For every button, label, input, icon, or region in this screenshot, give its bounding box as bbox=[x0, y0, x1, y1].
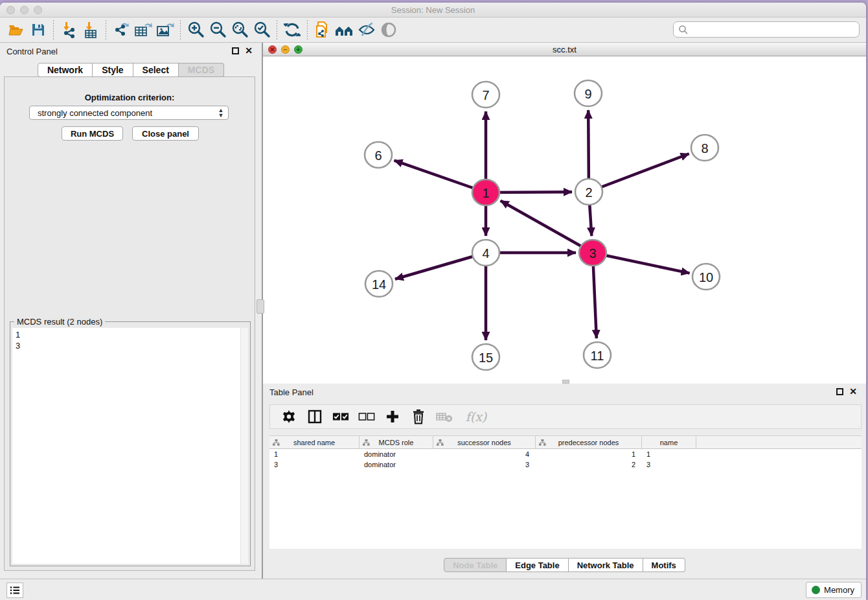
node-14[interactable]: 14 bbox=[365, 271, 393, 297]
task-list-icon bbox=[10, 586, 20, 595]
column-header-name[interactable]: name bbox=[642, 436, 696, 448]
zoom-in-icon bbox=[187, 21, 205, 39]
criterion-value: strongly connected component bbox=[30, 108, 216, 118]
save-session-icon bbox=[30, 22, 46, 38]
close-table-panel-icon[interactable]: ✕ bbox=[849, 387, 857, 396]
tab-network[interactable]: Network bbox=[38, 63, 93, 77]
first-neighbors-icon bbox=[334, 22, 355, 38]
zoom-selected-button[interactable] bbox=[251, 19, 273, 40]
edge-3-1[interactable] bbox=[501, 201, 593, 253]
node-label: 4 bbox=[482, 246, 489, 260]
node-1[interactable]: 1 bbox=[472, 179, 499, 205]
tab-network-table[interactable]: Network Table bbox=[569, 558, 643, 572]
function-builder-icon: f(x) bbox=[466, 410, 487, 424]
network-canvas[interactable]: 7968124314101511 bbox=[263, 56, 866, 384]
table-cell[interactable]: 2 bbox=[536, 459, 642, 470]
table-row[interactable]: 1dominator411 bbox=[269, 449, 862, 459]
result-line: 3 bbox=[16, 340, 248, 351]
run-mcds-button[interactable]: Run MCDS bbox=[62, 126, 123, 141]
zoom-out-button[interactable] bbox=[207, 19, 229, 40]
node-7[interactable]: 7 bbox=[472, 82, 499, 108]
close-panel-button[interactable]: Close panel bbox=[132, 126, 199, 141]
edge-2-8[interactable] bbox=[589, 154, 689, 192]
column-header-MCDS-role[interactable]: MCDS role bbox=[360, 436, 433, 448]
column-header-predecessor-nodes[interactable]: predecessor nodes bbox=[536, 436, 642, 448]
export-network-button[interactable] bbox=[110, 19, 132, 40]
node-15[interactable]: 15 bbox=[472, 344, 499, 370]
zoom-fit-button[interactable] bbox=[229, 19, 251, 40]
node-label: 7 bbox=[482, 88, 489, 102]
node-3[interactable]: 3 bbox=[579, 240, 606, 266]
mcds-result-box: MCDS result (2 nodes) 13 bbox=[10, 321, 251, 566]
criterion-select[interactable]: strongly connected component ▲▼ bbox=[29, 106, 229, 120]
node-10[interactable]: 10 bbox=[692, 264, 720, 290]
node-label: 9 bbox=[584, 87, 591, 101]
panel-splitter-grip[interactable] bbox=[257, 299, 264, 314]
search-input[interactable] bbox=[689, 25, 859, 34]
delete-row-button[interactable] bbox=[410, 408, 427, 425]
node-4[interactable]: 4 bbox=[472, 240, 499, 266]
mcds-result-list[interactable]: 13 bbox=[12, 328, 248, 564]
table-panel: Table Panel ✕ bbox=[263, 384, 866, 579]
import-network-button[interactable] bbox=[58, 19, 80, 40]
select-all-button[interactable] bbox=[332, 408, 349, 425]
memory-button[interactable]: Memory bbox=[806, 582, 862, 598]
export-image-button[interactable] bbox=[154, 19, 176, 40]
tab-select[interactable]: Select bbox=[133, 63, 179, 77]
settings-gear-button[interactable] bbox=[280, 408, 297, 425]
table-cell[interactable]: 3 bbox=[642, 459, 696, 470]
network-graph[interactable]: 7968124314101511 bbox=[263, 56, 866, 384]
float-table-panel-icon[interactable] bbox=[836, 388, 843, 395]
open-session-icon bbox=[8, 22, 25, 38]
delete-table-button[interactable] bbox=[436, 408, 453, 425]
table-cell[interactable]: 1 bbox=[642, 449, 696, 459]
column-visibility-button[interactable] bbox=[306, 408, 323, 425]
table-cell[interactable]: dominator bbox=[360, 449, 433, 459]
table-cell[interactable]: 3 bbox=[269, 459, 360, 470]
column-header-shared-name[interactable]: shared name bbox=[269, 436, 360, 448]
float-panel-icon[interactable] bbox=[232, 47, 239, 54]
apply-layout-button[interactable] bbox=[281, 19, 303, 40]
table-cell[interactable]: 1 bbox=[536, 449, 642, 459]
column-type-icon bbox=[437, 439, 444, 446]
tab-style[interactable]: Style bbox=[93, 63, 133, 77]
table-cell[interactable]: 1 bbox=[269, 449, 360, 459]
first-neighbors-button[interactable] bbox=[334, 19, 356, 40]
table-cell[interactable]: 3 bbox=[433, 459, 536, 470]
table-cell[interactable]: 4 bbox=[433, 449, 536, 459]
open-session-button[interactable] bbox=[5, 19, 27, 40]
node-8[interactable]: 8 bbox=[691, 135, 718, 161]
result-scrollbar[interactable] bbox=[240, 328, 248, 564]
toolbar-divider bbox=[106, 20, 106, 40]
node-11[interactable]: 11 bbox=[584, 342, 611, 368]
import-table-button[interactable] bbox=[80, 19, 102, 40]
table-row[interactable]: 3dominator323 bbox=[269, 459, 862, 470]
search-field[interactable] bbox=[673, 21, 860, 38]
tab-node-table[interactable]: Node Table bbox=[444, 558, 507, 572]
tab-motifs[interactable]: Motifs bbox=[643, 558, 685, 572]
tab-mcds[interactable]: MCDS bbox=[179, 63, 224, 77]
node-2[interactable]: 2 bbox=[575, 179, 602, 205]
table-cell[interactable]: dominator bbox=[360, 459, 433, 470]
node-table[interactable]: shared nameMCDS rolesuccessor nodesprede… bbox=[269, 435, 862, 549]
network-frame: ✕ − + scc.txt 7968124314101511 bbox=[263, 43, 866, 384]
copy-network-button[interactable] bbox=[312, 19, 334, 40]
control-panel-header: Control Panel ✕ bbox=[0, 44, 262, 58]
deselect-all-button[interactable] bbox=[358, 408, 375, 425]
close-panel-icon[interactable]: ✕ bbox=[245, 47, 253, 55]
show-all-button[interactable] bbox=[378, 19, 400, 40]
tab-edge-table[interactable]: Edge Table bbox=[507, 558, 568, 572]
function-builder-button[interactable]: f(x) bbox=[462, 408, 490, 425]
zoom-in-button[interactable] bbox=[185, 19, 207, 40]
export-table-button[interactable] bbox=[132, 19, 154, 40]
add-row-button[interactable] bbox=[384, 408, 401, 425]
node-9[interactable]: 9 bbox=[575, 80, 602, 106]
save-session-button[interactable] bbox=[27, 19, 49, 40]
edge-3-10[interactable] bbox=[593, 253, 690, 273]
column-header-successor-nodes[interactable]: successor nodes bbox=[433, 436, 536, 448]
task-history-button[interactable] bbox=[6, 583, 23, 598]
hide-selected-button[interactable] bbox=[356, 19, 378, 40]
deselect-all-icon bbox=[358, 411, 375, 422]
node-6[interactable]: 6 bbox=[365, 142, 392, 168]
edge-1-6[interactable] bbox=[394, 161, 486, 192]
